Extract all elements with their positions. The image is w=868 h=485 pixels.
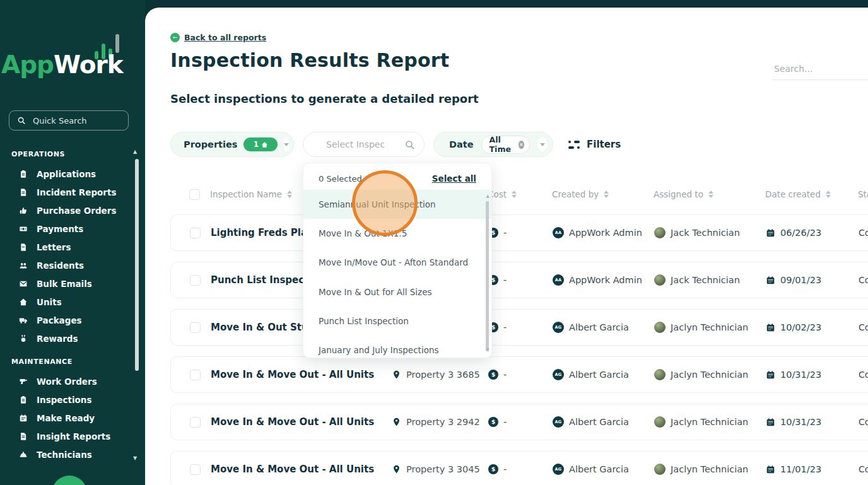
scroll-down-icon[interactable]: ▼ [133,455,137,461]
row-checkbox[interactable] [190,464,201,475]
fab-button[interactable] [52,476,87,485]
date-created-value: 10/02/23 [780,322,821,332]
row-checkbox[interactable] [190,417,201,428]
select-inspections-input[interactable] [326,139,384,149]
dropdown-option-semiannual-unit-inspection[interactable]: Semiannual Unit Inspection [303,190,491,219]
dropdown-option-move-in-out-for-all-sizes[interactable]: Move In & Out for All Sizes [303,278,491,307]
filters-button[interactable]: Filters [568,139,621,150]
date-filter[interactable]: Date All Time ✕ [433,132,553,157]
avatar: AA [553,274,564,286]
scroll-down-icon[interactable]: ▼ [486,348,490,353]
sidebar-item-packages[interactable]: Packages [0,311,145,329]
cost-cell: $- [488,275,553,285]
selected-count: 0 Selected [319,174,362,184]
sidebar-item-applications[interactable]: Applications [0,165,145,183]
sidebar-item-label: Rewards [37,334,78,344]
sidebar-item-make-ready[interactable]: Make Ready [0,409,145,427]
date-chevron-button[interactable] [537,137,548,151]
sidebar-item-incident-reports[interactable]: Incident Reports [0,183,145,201]
sidebar-item-payments[interactable]: Payments [0,219,145,238]
sidebar-item-label: Applications [37,169,96,179]
table-row[interactable]: Move In & Move Out - All UnitsProperty 3… [170,404,868,440]
sort-icon[interactable] [708,190,713,198]
sort-icon[interactable] [826,190,831,198]
calendar-icon [766,370,775,380]
sidebar-item-inspections[interactable]: Inspections [0,390,145,409]
sidebar-item-rewards[interactable]: Rewards [0,329,145,348]
sidebar-item-purchase-orders[interactable]: Purchase Orders [0,201,145,219]
date-created-cell: 10/31/23 [766,417,859,427]
row-checkbox[interactable] [190,370,201,380]
dropdown-option-move-in-move-out-afton-standard[interactable]: Move In/Move Out - Afton Standard [303,248,491,277]
cost-cell: $- [488,464,553,474]
page-title: Inspection Results Report [170,49,449,71]
created-by-name: Albert Garcia [569,322,629,332]
sort-icon[interactable] [604,190,609,198]
table-row[interactable]: Move In & Move Out - All UnitsProperty 3… [170,356,868,393]
status-cell: Completed [859,275,868,285]
back-to-all-reports-link[interactable]: ← Back to all reports [170,33,266,42]
row-checkbox[interactable] [190,228,201,238]
sidebar-item-insight-reports[interactable]: Insight Reports [0,427,145,445]
column-header-status[interactable]: Status [858,189,868,199]
dropdown-option-january-and-july-inspections[interactable]: January and July Inspections [303,336,491,358]
calendar-icon [766,323,775,332]
dropdown-scrollbar[interactable] [486,201,489,351]
sidebar-item-residents[interactable]: Residents [0,256,145,274]
section-label-maintenance: MAINTENANCE [0,358,145,371]
sidebar-item-technicians[interactable]: Technicians [0,445,145,464]
property-name: Property 3 3685 [406,370,480,380]
quick-search[interactable] [9,110,129,131]
sidebar-item-label: Units [37,297,62,307]
date-value-chip[interactable]: All Time ✕ [481,136,530,154]
cost-cell: $- [488,322,553,332]
table-row[interactable]: Punch List Inspection$-AAAppWork AdminJa… [170,262,868,298]
select-inspections-filter[interactable] [303,132,425,157]
appwork-logo: AppWork [0,33,145,90]
table-row[interactable]: Move In & Out Studio$-AGAlbert GarciaJac… [170,309,868,346]
quick-search-input[interactable] [32,115,110,126]
created-by-name: Albert Garcia [569,370,629,380]
sort-icon[interactable] [512,190,517,198]
search-input[interactable] [773,58,868,80]
pin-icon [392,464,401,474]
properties-filter[interactable]: Properties 1 [170,132,294,157]
table-row[interactable]: Move In & Move Out - All UnitsProperty 3… [170,451,868,485]
assigned-to-cell: Jaclyn Technician [654,369,766,380]
dropdown-option-punch-list-inspection[interactable]: Punch List Inspection [303,307,491,336]
scroll-up-icon[interactable]: ▲ [486,194,490,199]
column-header-assigned-to[interactable]: Assigned to [654,189,765,199]
table-row[interactable]: Lighting Freds Place$-AAAppWork AdminJac… [170,214,868,251]
properties-chevron-button[interactable] [284,137,289,151]
sidebar-item-work-orders[interactable]: Work Orders [0,372,145,390]
avatar: AG [553,416,564,428]
avatar-photo [654,322,666,333]
property-cell: Property 3 2942 [392,417,488,427]
column-header-cost[interactable]: Cost [488,189,552,199]
date-created-value: 10/31/23 [780,417,821,427]
page-subtitle: Select inspections to generate a detaile… [170,92,479,105]
select-all-checkbox[interactable] [189,189,200,200]
column-header-date-created[interactable]: Date created [765,189,858,199]
created-by-name: AppWork Admin [569,228,642,238]
truck-icon [19,316,28,325]
sidebar-item-units[interactable]: Units [0,293,145,311]
date-created-value: 09/01/23 [780,275,821,285]
select-all-link[interactable]: Select all [432,173,476,184]
row-checkbox[interactable] [190,322,201,333]
dollar-icon: $ [488,370,498,380]
logo-text: AppWork [1,50,123,79]
house-icon [261,141,268,148]
sort-icon[interactable] [287,190,292,198]
avatar: AG [553,369,564,380]
sidebar-item-letters[interactable]: Letters [0,238,145,256]
scroll-up-icon[interactable]: ▲ [133,149,137,155]
sidebar-scrollbar[interactable] [135,159,139,371]
date-value: All Time [490,135,515,154]
dropdown-option-move-in-out-1x1-5[interactable]: Move In & Out 1X1.5 [303,219,491,248]
sidebar-item-bulk-emails[interactable]: Bulk Emails [0,274,145,293]
column-header-created-by[interactable]: Created by [552,189,654,199]
clear-icon[interactable]: ✕ [519,141,524,149]
row-checkbox[interactable] [190,275,201,286]
assigned-to-cell: Jaclyn Technician [654,416,766,428]
